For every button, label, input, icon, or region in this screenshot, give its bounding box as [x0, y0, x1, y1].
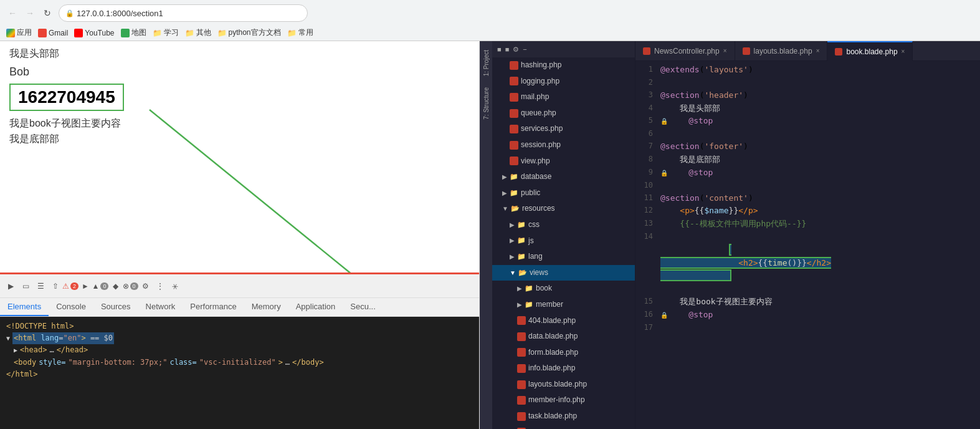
- head-ellipsis: …: [49, 344, 54, 356]
- tree-icon-4[interactable]: −: [523, 46, 526, 53]
- browser-toolbar: ← → ↻ 🔒 127.0.0.1:8000/section1: [0, 0, 980, 26]
- line-content-13: {{--模板文件中调用php代码--}}: [658, 218, 980, 231]
- forward-button[interactable]: →: [24, 7, 36, 19]
- tree-item-layouts[interactable]: layouts.blade.php: [492, 377, 635, 393]
- bookmark-youtube[interactable]: YouTube: [74, 29, 114, 37]
- tab-application-label: Application: [296, 302, 336, 311]
- file-tree: ■ ■ ⚙ − hashing.php logging.php mail.php: [492, 41, 635, 429]
- tab-elements[interactable]: Elements: [0, 298, 49, 316]
- ide-tab-layouts[interactable]: layouts.blade.php ×: [735, 41, 828, 61]
- tree-item-book[interactable]: ▶ 📁 book: [492, 281, 635, 297]
- folder-icon-public: 📁: [510, 187, 518, 200]
- sidebar-vtab-project[interactable]: 1: Project: [482, 46, 491, 80]
- bookmark-apps[interactable]: 应用: [6, 27, 32, 38]
- tree-item-hashing[interactable]: hashing.php: [492, 57, 635, 74]
- line-num-1: 1: [635, 64, 658, 75]
- line-content-1: @extends('layouts'): [658, 64, 980, 77]
- tree-item-mail[interactable]: mail.php: [492, 89, 635, 105]
- bookmark-gmail[interactable]: Gmail: [38, 29, 68, 37]
- tree-icon-1[interactable]: ■: [497, 46, 502, 53]
- file-icon-hashing: [510, 61, 518, 70]
- body-class-attr: class=: [169, 357, 196, 369]
- close-tab-layouts[interactable]: ×: [816, 47, 820, 54]
- tree-item-public[interactable]: ▶ 📁 public: [492, 185, 635, 201]
- tree-item-css[interactable]: ▶ 📁 css: [492, 217, 635, 233]
- doctype-tag: <!DOCTYPE html>: [6, 321, 74, 332]
- tree-label-lang: lang: [528, 250, 543, 264]
- devtools-element-icon[interactable]: ☰: [35, 281, 46, 292]
- tree-icon-3[interactable]: ⚙: [513, 46, 519, 54]
- tree-item-member-info[interactable]: member-info.php: [492, 392, 635, 408]
- line-num-7: 7: [635, 140, 658, 152]
- tree-item-view[interactable]: view.php: [492, 153, 635, 170]
- devtools-more-icon[interactable]: ⋮: [155, 281, 166, 292]
- close-tab-book[interactable]: ×: [902, 48, 905, 55]
- tree-item-lang[interactable]: ▶ 📁 lang: [492, 249, 635, 265]
- tab-security[interactable]: Secu...: [343, 298, 383, 316]
- tree-label-js: js: [528, 234, 534, 248]
- tree-item-logging[interactable]: logging.php: [492, 74, 635, 90]
- tab-network[interactable]: Network: [138, 298, 183, 316]
- tree-item-js[interactable]: ▶ 📁 js: [492, 233, 635, 249]
- line-num-5: 5: [635, 115, 658, 127]
- file-icon-session: [510, 141, 518, 150]
- line-content-7: @section('footer'): [658, 140, 980, 153]
- tab-sources[interactable]: Sources: [93, 298, 138, 316]
- folder-arrow-lang: ▶: [510, 251, 515, 263]
- tree-item-form[interactable]: form.blade.php: [492, 345, 635, 361]
- devtools-pointer-icon[interactable]: ⇧: [50, 281, 61, 292]
- tree-item-session[interactable]: session.php: [492, 137, 635, 153]
- code-line-16: 16 🔒 @stop: [635, 309, 980, 322]
- bookmark-study[interactable]: 📁 学习: [153, 27, 179, 38]
- ide-tab-news-controller[interactable]: NewsController.php ×: [635, 41, 735, 61]
- tree-item-views[interactable]: ▼ 📂 views: [492, 265, 635, 281]
- tree-item-task[interactable]: task.blade.php: [492, 408, 635, 425]
- tree-icon-2[interactable]: ■: [505, 46, 510, 53]
- folder-icon-study: 📁: [153, 29, 162, 37]
- gutter-lock-16: 🔒: [660, 312, 668, 319]
- bookmark-python[interactable]: 📁 python官方文档: [217, 27, 281, 38]
- tree-label-mail: mail.php: [521, 90, 549, 104]
- highlight-box-14: <h2>{{time()}}</h2>: [660, 244, 831, 282]
- close-tab-news[interactable]: ×: [723, 47, 727, 54]
- tab-application[interactable]: Application: [288, 298, 343, 316]
- timestamp-box: 1622704945: [9, 84, 124, 111]
- devtools-device-icon[interactable]: ▭: [20, 281, 31, 292]
- file-icon-info: [517, 364, 526, 373]
- address-bar[interactable]: 🔒 127.0.0.1:8000/section1: [59, 4, 308, 22]
- ide-tab-book[interactable]: book.blade.php ×: [827, 41, 913, 61]
- folder-icon-common: 📁: [287, 29, 297, 37]
- devtools-network-icon[interactable]: ◆: [110, 281, 121, 292]
- tab-memory[interactable]: Memory: [244, 298, 288, 316]
- tab-console[interactable]: Console: [49, 298, 93, 316]
- reload-button[interactable]: ↻: [41, 7, 54, 19]
- devtools-settings-icon[interactable]: ⚙: [140, 281, 151, 292]
- bookmark-common[interactable]: 📁 常用: [287, 27, 313, 38]
- html-tag-selected: <html lang="en"> == $0: [12, 332, 114, 344]
- tree-item-404[interactable]: 404.blade.php: [492, 313, 635, 329]
- tree-item-queue[interactable]: queue.php: [492, 105, 635, 122]
- tab-icon-layouts: [743, 47, 750, 55]
- devtools-tag-icon[interactable]: ⚹: [169, 281, 181, 292]
- tree-item-member[interactable]: ▶ 📁 member: [492, 297, 635, 313]
- body-tag: <body: [14, 357, 36, 369]
- bookmark-maps[interactable]: 地图: [121, 27, 146, 38]
- tree-label-view: view.php: [521, 155, 550, 168]
- sidebar-vtab-structure[interactable]: 7: Structure: [482, 84, 491, 123]
- folder-icon-views: 📂: [518, 267, 527, 279]
- folder-arrow-public: ▶: [502, 188, 507, 199]
- error-count: 2: [70, 282, 78, 290]
- back-button[interactable]: ←: [6, 7, 19, 19]
- tree-item-welcome[interactable]: welcome.blade.php: [492, 425, 635, 429]
- tab-performance[interactable]: Performance: [183, 298, 244, 316]
- tree-item-database[interactable]: ▶ 📁 database: [492, 169, 635, 185]
- tree-item-info[interactable]: info.blade.php: [492, 360, 635, 377]
- file-icon-404: [517, 316, 526, 325]
- folder-arrow-views: ▼: [510, 268, 516, 279]
- devtools-inspect-icon[interactable]: ▶: [5, 281, 16, 292]
- devtools-forward-icon[interactable]: ►: [80, 281, 91, 292]
- tree-item-data[interactable]: data.blade.php: [492, 329, 635, 345]
- bookmark-other[interactable]: 📁 其他: [185, 27, 211, 38]
- tree-item-services[interactable]: services.php: [492, 121, 635, 137]
- tree-item-resources[interactable]: ▼ 📂 resources: [492, 201, 635, 217]
